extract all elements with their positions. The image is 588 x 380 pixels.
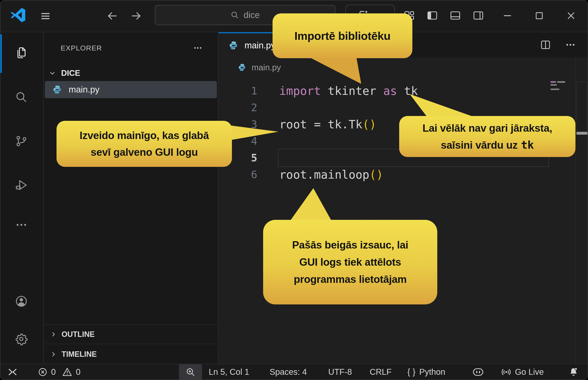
- status-bar: 0 0 Ln 5, Col 1 Spaces: 4 UTF-8 CRLF { }…: [0, 364, 588, 380]
- braces-icon: { }: [407, 367, 416, 377]
- toggle-primary-sidebar-icon[interactable]: [426, 10, 438, 21]
- search-icon: [230, 11, 239, 19]
- python-icon: [238, 63, 246, 72]
- remote-icon: [7, 366, 18, 378]
- overview-cursor-marker: [576, 132, 587, 135]
- editor-group: main.py main.py 1import tkinter as tk23r…: [219, 32, 588, 363]
- broadcast-icon: [501, 367, 512, 378]
- breadcrumb[interactable]: main.py: [219, 57, 588, 77]
- minimize-icon[interactable]: [502, 10, 513, 21]
- zoom-indicator[interactable]: [179, 364, 202, 380]
- active-view-indicator: [0, 34, 2, 73]
- split-editor-icon[interactable]: [540, 39, 551, 50]
- outline-section[interactable]: OUTLINE: [44, 324, 218, 344]
- problems-indicator[interactable]: 0 0: [38, 364, 81, 380]
- eol-sequence[interactable]: CRLF: [370, 364, 391, 380]
- folder-name: DICE: [61, 69, 80, 78]
- bell-icon: [568, 367, 579, 378]
- chevron-down-icon: [49, 69, 56, 77]
- file-name: main.py: [69, 85, 99, 95]
- error-icon: [38, 367, 48, 377]
- chevron-right-icon: [50, 351, 57, 358]
- timeline-section[interactable]: TIMELINE: [44, 344, 218, 364]
- python-icon: [229, 41, 238, 50]
- line-number: 6: [219, 166, 257, 183]
- code-text: import tkinter as tk: [279, 82, 418, 99]
- root-variable-callout: Izveido mainīgo, kas glabā sevī galveno …: [56, 121, 232, 167]
- python-icon: [52, 85, 62, 95]
- outline-label: OUTLINE: [62, 330, 95, 339]
- indentation[interactable]: Spaces: 4: [270, 364, 307, 380]
- import-callout: Importē bibliotēku: [273, 13, 412, 58]
- close-icon[interactable]: [565, 10, 577, 21]
- breadcrumb-label: main.py: [252, 63, 281, 72]
- sidebar-title: EXPLORER: [61, 32, 102, 64]
- code-text: root.mainloop(): [279, 166, 383, 183]
- encoding[interactable]: UTF-8: [328, 364, 352, 380]
- zoom-in-icon: [185, 367, 196, 377]
- vscode-logo-icon: [9, 7, 26, 23]
- go-live-button[interactable]: Go Live: [501, 364, 544, 380]
- files-icon[interactable]: [15, 46, 28, 59]
- error-count: 0: [51, 367, 56, 377]
- search-value: dice: [243, 10, 259, 20]
- file-row-main-py[interactable]: main.py: [45, 81, 217, 98]
- warning-count: 0: [76, 367, 80, 377]
- tk-alias-callout: Lai vēlāk nav gari jāraksta, saīsini vār…: [399, 116, 575, 157]
- line-number: 2: [219, 99, 257, 116]
- settings-gear-icon[interactable]: [15, 332, 28, 345]
- language-mode[interactable]: { } Python: [407, 364, 445, 380]
- code-word-tk: tk: [521, 136, 534, 153]
- minimap-slider[interactable]: [576, 82, 587, 132]
- copilot-icon: [473, 366, 484, 378]
- more-actions-icon[interactable]: [193, 43, 203, 53]
- go-forward-icon[interactable]: [130, 10, 142, 22]
- account-icon[interactable]: [15, 295, 28, 308]
- vscode-window: dice: [0, 0, 588, 380]
- toggle-panel-icon[interactable]: [449, 10, 461, 21]
- go-back-icon[interactable]: [106, 10, 119, 22]
- toggle-secondary-sidebar-icon[interactable]: [473, 10, 484, 21]
- activity-bar: [0, 32, 44, 363]
- chevron-right-icon: [50, 331, 57, 338]
- maximize-icon[interactable]: [533, 10, 545, 21]
- remote-indicator[interactable]: [7, 364, 18, 380]
- cursor-position[interactable]: Ln 5, Col 1: [209, 364, 249, 380]
- menu-icon[interactable]: [39, 10, 52, 22]
- tab-label: main.py: [244, 40, 275, 50]
- code-text: root = tk.Tk(): [279, 116, 376, 133]
- timeline-label: TIMELINE: [62, 350, 97, 359]
- run-debug-icon[interactable]: [15, 179, 28, 191]
- line-number: 1: [219, 82, 257, 99]
- more-actions-icon[interactable]: [565, 39, 576, 50]
- warning-icon: [62, 367, 73, 377]
- search-icon[interactable]: [15, 91, 28, 104]
- explorer-sidebar: EXPLORER DICE main.py OUTLINE TIMELINE: [44, 32, 218, 363]
- more-views-icon[interactable]: [15, 218, 28, 231]
- code-line-6[interactable]: 6root.mainloop(): [219, 166, 562, 183]
- code-line-1[interactable]: 1import tkinter as tk: [219, 82, 562, 99]
- folder-row-dice[interactable]: DICE: [44, 65, 218, 81]
- code-line-2[interactable]: 2: [219, 99, 562, 116]
- overview-ruler-divider: [575, 57, 576, 363]
- source-control-icon[interactable]: [15, 135, 28, 148]
- copilot-status[interactable]: [473, 364, 484, 380]
- notifications-bell[interactable]: [568, 364, 579, 380]
- mainloop-callout: Pašās beigās izsauc, lai GUI logs tiek a…: [263, 220, 437, 304]
